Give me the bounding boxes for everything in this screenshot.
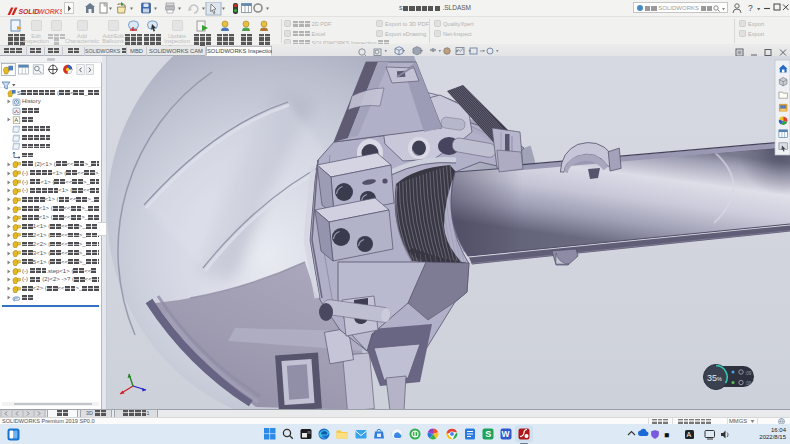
svg-text:SOLID: SOLID [19,8,40,15]
svg-text:A: A [14,117,18,123]
svg-text:■: ■ [664,430,669,440]
svg-text:?: ? [748,3,753,13]
svg-text:W: W [502,429,511,439]
svg-text:WORKS: WORKS [38,8,62,15]
svg-text::09: :09 [745,381,752,386]
svg-text:A: A [687,431,692,438]
svg-text:S: S [485,429,491,439]
svg-text::09: :09 [745,371,752,376]
